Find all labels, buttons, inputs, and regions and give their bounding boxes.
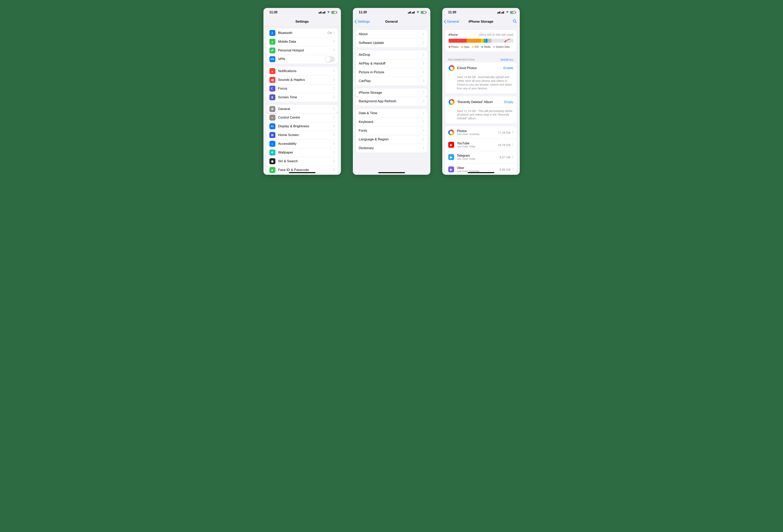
chevron-right-icon	[334, 96, 335, 99]
storage-usage: 168,8 GB of 256 GB Used	[479, 33, 513, 36]
back-button[interactable]: Settings	[354, 20, 370, 24]
face-icon: ☻	[270, 167, 275, 173]
settings-row-notifications[interactable]: ▲Notifications	[267, 67, 338, 75]
chevron-right-icon	[423, 99, 425, 103]
settings-row-personal-hotspot[interactable]: ☍Personal Hotspot	[267, 46, 338, 55]
row-fonts[interactable]: Fonts	[356, 126, 427, 135]
search-button[interactable]	[512, 19, 517, 24]
storage-content[interactable]: iPhone 168,8 GB of 256 GB Used PhotosApp…	[442, 27, 520, 175]
settings-row-control-centre[interactable]: ≡Control Centre	[267, 113, 338, 122]
row-picture-in-picture[interactable]: Picture in Picture	[356, 68, 427, 77]
cellular-icon-2	[501, 11, 505, 13]
row-label: Picture in Picture	[359, 70, 423, 74]
status-indicators: ⚡	[408, 10, 426, 14]
toggle-switch[interactable]	[325, 56, 335, 62]
chevron-right-icon	[334, 31, 335, 35]
legend-item: Media	[481, 45, 491, 48]
app-row-youtube[interactable]: ▶YouTubeLast Used: Today18,78 GB	[445, 139, 516, 151]
row-value: On	[327, 31, 332, 35]
row-background-app-refresh[interactable]: Background App Refresh	[356, 97, 427, 106]
recommendation-title: iCloud Photos	[457, 66, 503, 70]
settings-row-focus[interactable]: ☾Focus	[267, 84, 338, 93]
back-button[interactable]: General	[444, 20, 459, 24]
app-size: 8,86 GB	[500, 168, 510, 171]
settings-row-mobile-data[interactable]: ⟐Mobile Data	[267, 37, 338, 46]
storage-segment	[449, 39, 467, 43]
chevron-right-icon	[423, 41, 425, 45]
chevron-right-icon	[334, 40, 335, 43]
recommendations-header: RECOMMENDATIONS SHOW ALL	[442, 55, 520, 62]
chevron-right-icon	[512, 131, 514, 134]
settings-row-accessibility[interactable]: ☺Accessibility	[267, 139, 338, 148]
settings-row-screen-time[interactable]: ⧗Screen Time	[267, 93, 338, 102]
row-date-time[interactable]: Date & Time	[356, 109, 427, 118]
recommendation-action-button[interactable]: Enable	[503, 66, 513, 70]
row-iphone-storage[interactable]: iPhone Storage	[356, 89, 427, 97]
gear-icon: ⚙	[270, 106, 275, 112]
cellular-icon-2	[412, 11, 415, 13]
chevron-right-icon	[334, 69, 335, 73]
home-indicator[interactable]	[289, 172, 315, 173]
row-software-update[interactable]: Software Update	[356, 38, 427, 47]
bt-icon: ᛒ	[270, 30, 275, 36]
row-label: Software Update	[359, 41, 423, 45]
show-all-button[interactable]: SHOW ALL	[500, 58, 513, 61]
chevron-right-icon	[423, 138, 425, 141]
app-icon: ▶	[448, 142, 454, 148]
legend-item: iOS	[472, 45, 479, 48]
storage-legend: PhotosAppsiOSMediaSystem Data	[449, 45, 513, 48]
settings-row-general[interactable]: ⚙General	[267, 105, 338, 113]
page-title: Settings	[295, 20, 309, 24]
row-label: iPhone Storage	[359, 91, 423, 95]
settings-row-siri-search[interactable]: ◉Siri & Search	[267, 157, 338, 166]
row-dictionary[interactable]: Dictionary	[356, 144, 427, 153]
settings-list[interactable]: ᛒBluetoothOn⟐Mobile Data☍Personal Hotspo…	[263, 27, 341, 175]
spk-icon: ◀)	[270, 77, 275, 83]
recommendation-action-button[interactable]: Empty	[504, 100, 513, 104]
chevron-right-icon	[423, 120, 425, 124]
row-label: Background App Refresh	[359, 99, 423, 103]
chevron-right-icon	[334, 133, 335, 137]
app-row-photos[interactable]: PhotosLast Used: Yesterday77,28 GB	[445, 126, 516, 139]
chevron-right-icon	[512, 155, 514, 159]
back-label: Settings	[357, 20, 370, 24]
row-label: Keyboard	[359, 120, 423, 124]
chevron-right-icon	[334, 160, 335, 163]
recommendation-card: “Recently Deleted” AlbumEmptySave 11,75 …	[445, 96, 516, 124]
row-about[interactable]: About	[356, 30, 427, 38]
chevron-right-icon	[423, 79, 425, 83]
chevron-right-icon	[334, 142, 335, 145]
chevron-right-icon	[334, 78, 335, 81]
row-carplay[interactable]: CarPlay	[356, 77, 427, 86]
row-airplay-handoff[interactable]: AirPlay & Handoff	[356, 59, 427, 68]
home-indicator[interactable]	[468, 172, 494, 173]
status-time: 11:20	[359, 10, 367, 14]
row-airdrop[interactable]: AirDrop	[356, 51, 427, 59]
settings-row-home-screen[interactable]: ⊞Home Screen	[267, 131, 338, 139]
legend-item: Apps	[461, 45, 469, 48]
row-language-region[interactable]: Language & Region	[356, 135, 427, 144]
row-keyboard[interactable]: Keyboard	[356, 118, 427, 126]
settings-row-display-brightness[interactable]: AADisplay & Brightness	[267, 122, 338, 131]
row-label: Home Screen	[278, 133, 334, 137]
general-list[interactable]: AboutSoftware Update AirDropAirPlay & Ha…	[353, 27, 430, 175]
chevron-right-icon	[334, 48, 335, 52]
home-indicator[interactable]	[378, 172, 405, 173]
app-size: 77,28 GB	[498, 131, 510, 134]
storage-segment	[488, 39, 491, 43]
wifi-icon	[416, 10, 419, 14]
chevron-right-icon	[334, 116, 335, 119]
storage-bar	[449, 39, 513, 43]
app-name: Viber	[457, 166, 500, 170]
settings-row-vpn[interactable]: VPNVPN	[267, 55, 338, 64]
wifi-icon	[506, 10, 509, 14]
settings-row-wallpaper[interactable]: ❋Wallpaper	[267, 148, 338, 157]
svg-marker-3	[504, 40, 506, 42]
grid-icon: ⊞	[270, 132, 275, 138]
chevron-right-icon	[334, 151, 335, 154]
app-row-telegram[interactable]: ▶TelegramLast Used: Today9,67 GB	[445, 151, 516, 163]
wifi-icon	[327, 10, 330, 14]
settings-row-sounds-haptics[interactable]: ◀)Sounds & Haptics	[267, 75, 338, 84]
photos-icon	[449, 99, 455, 105]
settings-row-bluetooth[interactable]: ᛒBluetoothOn	[267, 29, 338, 37]
